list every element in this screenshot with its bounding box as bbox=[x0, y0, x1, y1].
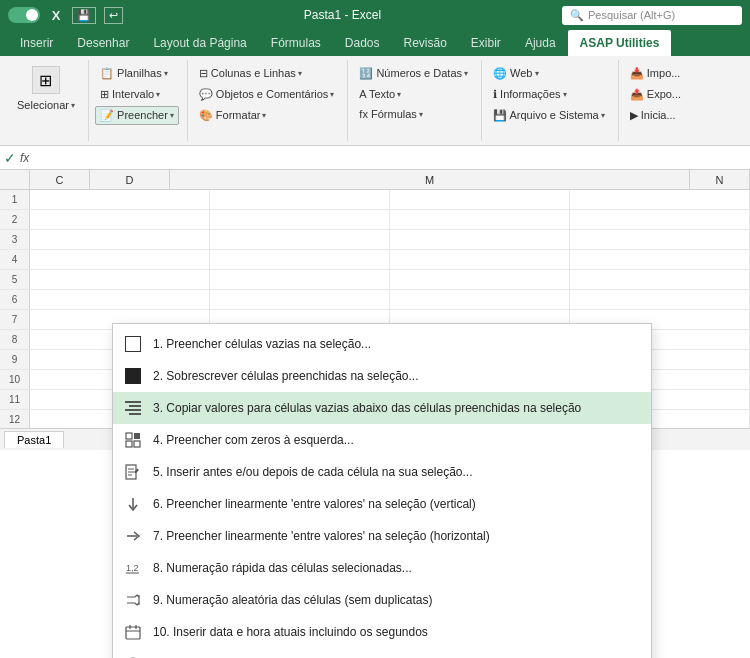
ribbon-group-sheets: 📋 Planilhas ▾ ⊞ Intervalo ▾ 📝 Preencher … bbox=[91, 60, 188, 141]
group-label-asap2 bbox=[194, 139, 340, 141]
window-title: Pasta1 - Excel bbox=[131, 8, 554, 22]
menu-item-4-text: 4. Preencher com zeros à esquerda... bbox=[153, 433, 635, 447]
menu-item-6[interactable]: 6. Preencher linearmente 'entre valores'… bbox=[113, 488, 651, 520]
table-row: 1 bbox=[0, 190, 750, 210]
arquivo-button[interactable]: 💾 Arquivo e Sistema ▾ bbox=[488, 106, 610, 125]
menu-item-10-text: 10. Inserir data e hora atuais incluindo… bbox=[153, 625, 635, 639]
menu-item-9[interactable]: 9. Numeração aleatória das células (sem … bbox=[113, 584, 651, 616]
ribbon-group-cols: ⊟ Colunas e Linhas ▾ 💬 Objetos e Comentá… bbox=[190, 60, 349, 141]
search-icon: 🔍 bbox=[570, 9, 584, 22]
menu-item-2[interactable]: 2. Sobrescrever células preenchidas na s… bbox=[113, 360, 651, 392]
autosave-toggle[interactable] bbox=[8, 7, 40, 23]
tab-ajuda[interactable]: Ajuda bbox=[513, 30, 568, 56]
pencil-grid-icon bbox=[123, 462, 143, 482]
group-label-asap5 bbox=[625, 139, 686, 141]
informacoes-button[interactable]: ℹ Informações ▾ bbox=[488, 85, 610, 104]
ribbon-group-selecionar: ⊞ Selecionar ▾ bbox=[8, 60, 89, 141]
empty-square-icon bbox=[123, 334, 143, 354]
tab-inserir[interactable]: Inserir bbox=[8, 30, 65, 56]
group-label-asap3 bbox=[354, 139, 473, 141]
menu-item-4[interactable]: 4. Preencher com zeros à esquerda... bbox=[113, 424, 651, 456]
search-placeholder: Pesquisar (Alt+G) bbox=[588, 9, 675, 21]
menu-item-9-text: 9. Numeração aleatória das células (sem … bbox=[153, 593, 635, 607]
group-label-asap4 bbox=[488, 139, 610, 141]
col-header-d: D bbox=[90, 170, 170, 189]
table-row: 5 bbox=[0, 270, 750, 290]
table-row: 6 bbox=[0, 290, 750, 310]
texto-button[interactable]: A Texto ▾ bbox=[354, 85, 473, 103]
save-button[interactable]: 💾 bbox=[72, 7, 96, 24]
menu-item-10[interactable]: 10. Inserir data e hora atuais incluindo… bbox=[113, 616, 651, 648]
preencher-button[interactable]: 📝 Preencher ▾ bbox=[95, 106, 179, 125]
web-button[interactable]: 🌐 Web ▾ bbox=[488, 64, 610, 83]
tab-formulas[interactable]: Fórmulas bbox=[259, 30, 333, 56]
excel-icon: X bbox=[48, 7, 64, 23]
svg-rect-3 bbox=[134, 441, 140, 447]
group-label-asap1 bbox=[95, 139, 179, 141]
svg-rect-2 bbox=[126, 441, 132, 447]
table-row: 3 bbox=[0, 230, 750, 250]
tab-dados[interactable]: Dados bbox=[333, 30, 392, 56]
title-bar: X 💾 ↩ Pasta1 - Excel 🔍 Pesquisar (Alt+G) bbox=[0, 0, 750, 30]
ribbon-group-numbers: 🔢 Números e Datas ▾ A Texto ▾ fx Fórmula… bbox=[350, 60, 482, 141]
menu-item-1-text: 1. Preencher células vazias na seleção..… bbox=[153, 337, 635, 351]
svg-rect-1 bbox=[134, 433, 140, 439]
svg-rect-0 bbox=[126, 433, 132, 439]
select-icon: ⊞ bbox=[32, 66, 60, 94]
arrow-down-icon bbox=[123, 494, 143, 514]
tab-asap[interactable]: ASAP Utilities bbox=[568, 30, 672, 56]
menu-item-11[interactable]: 11. Inserir hora atual incluindo os segu… bbox=[113, 648, 651, 658]
colunas-button[interactable]: ⊟ Colunas e Linhas ▾ bbox=[194, 64, 340, 83]
ribbon-tab-bar: Inserir Desenhar Layout da Página Fórmul… bbox=[0, 30, 750, 56]
col-header-n: N bbox=[690, 170, 750, 189]
expo-button[interactable]: 📤 Expo... bbox=[625, 85, 686, 104]
list-123-icon: 1,2 bbox=[123, 558, 143, 578]
preencher-dropdown: 1. Preencher células vazias na seleção..… bbox=[112, 323, 652, 658]
col-header-m: M bbox=[170, 170, 690, 189]
menu-item-8-text: 8. Numeração rápida das células selecion… bbox=[153, 561, 635, 575]
impo-button[interactable]: 📥 Impo... bbox=[625, 64, 686, 83]
col-headers: C D M N bbox=[0, 170, 750, 190]
table-row: 2 bbox=[0, 210, 750, 230]
table-row: 4 bbox=[0, 250, 750, 270]
menu-item-7-text: 7. Preencher linearmente 'entre valores'… bbox=[153, 529, 635, 543]
fx-label: fx bbox=[20, 151, 29, 165]
grid-small-icon bbox=[123, 430, 143, 450]
menu-item-2-text: 2. Sobrescrever células preenchidas na s… bbox=[153, 369, 635, 383]
formatar-button[interactable]: 🎨 Formatar ▾ bbox=[194, 106, 340, 125]
main-content: C D M N 1 2 3 4 bbox=[0, 170, 750, 450]
objetos-button[interactable]: 💬 Objetos e Comentários ▾ bbox=[194, 85, 340, 104]
tab-revisao[interactable]: Revisão bbox=[392, 30, 459, 56]
corner-cell bbox=[0, 170, 30, 189]
tab-layout[interactable]: Layout da Página bbox=[141, 30, 258, 56]
svg-rect-13 bbox=[126, 627, 140, 639]
selecionar-button[interactable]: Selecionar ▾ bbox=[12, 96, 80, 114]
shuffle-icon bbox=[123, 590, 143, 610]
menu-item-8[interactable]: 1,2 8. Numeração rápida das células sele… bbox=[113, 552, 651, 584]
search-box[interactable]: 🔍 Pesquisar (Alt+G) bbox=[562, 6, 742, 25]
arrow-right-icon bbox=[123, 526, 143, 546]
menu-item-5-text: 5. Inserir antes e/ou depois de cada cél… bbox=[153, 465, 635, 479]
svg-text:1,2: 1,2 bbox=[126, 563, 139, 573]
menu-item-3[interactable]: 3. Copiar valores para células vazias ab… bbox=[113, 392, 651, 424]
planilhas-button[interactable]: 📋 Planilhas ▾ bbox=[95, 64, 179, 83]
calendar-icon bbox=[123, 622, 143, 642]
menu-item-1[interactable]: 1. Preencher células vazias na seleção..… bbox=[113, 328, 651, 360]
menu-item-3-text: 3. Copiar valores para células vazias ab… bbox=[153, 401, 635, 415]
lines-icon bbox=[123, 398, 143, 418]
col-header-c: C bbox=[30, 170, 90, 189]
inicia-button[interactable]: ▶ Inicia... bbox=[625, 106, 686, 125]
menu-item-5[interactable]: 5. Inserir antes e/ou depois de cada cél… bbox=[113, 456, 651, 488]
ribbon: ⊞ Selecionar ▾ 📋 Planilhas ▾ ⊞ Intervalo… bbox=[0, 56, 750, 146]
numeros-button[interactable]: 🔢 Números e Datas ▾ bbox=[354, 64, 473, 83]
menu-item-7[interactable]: 7. Preencher linearmente 'entre valores'… bbox=[113, 520, 651, 552]
undo-button[interactable]: ↩ bbox=[104, 7, 123, 24]
toggle-circle bbox=[26, 9, 38, 21]
sheet-tab-pasta1[interactable]: Pasta1 bbox=[4, 431, 64, 448]
tab-desenhar[interactable]: Desenhar bbox=[65, 30, 141, 56]
tab-exibir[interactable]: Exibir bbox=[459, 30, 513, 56]
intervalo-button[interactable]: ⊞ Intervalo ▾ bbox=[95, 85, 179, 104]
formula-bar: ✓ fx bbox=[0, 146, 750, 170]
formulas-button[interactable]: fx Fórmulas ▾ bbox=[354, 105, 473, 123]
ribbon-group-import: 📥 Impo... 📤 Expo... ▶ Inicia... bbox=[621, 60, 694, 141]
